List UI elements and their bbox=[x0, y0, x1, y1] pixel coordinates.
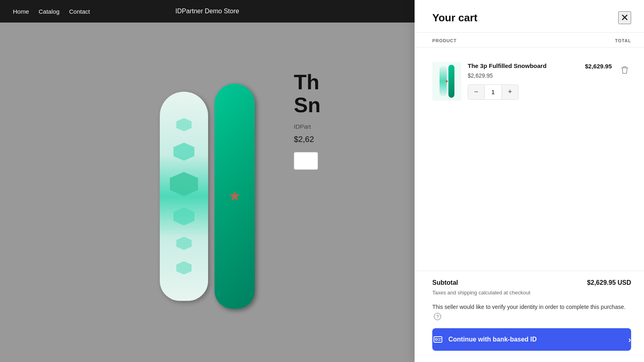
navbar-links: Home Catalog Contact bbox=[13, 8, 90, 15]
hex-2 bbox=[173, 143, 194, 161]
checkout-btn-label: Continue with bank-based ID bbox=[448, 336, 537, 343]
product-price-partial: $2,62 bbox=[294, 135, 407, 144]
cart-column-headers: PRODUCT TOTAL bbox=[415, 33, 644, 47]
checkout-btn-id-icon bbox=[432, 334, 444, 345]
cart-col-total-header: TOTAL bbox=[615, 38, 631, 43]
cart-subtotal-label: Subtotal bbox=[432, 279, 458, 286]
cart-close-button[interactable]: ✕ bbox=[618, 11, 631, 24]
mini-snowboard-right bbox=[448, 65, 454, 98]
cart-subtotal-row: Subtotal $2,629.95 USD bbox=[432, 279, 631, 286]
product-image bbox=[127, 76, 288, 317]
mini-snowboard-dot bbox=[446, 80, 448, 82]
navbar: Home Catalog Contact IDPartner Demo Stor… bbox=[0, 0, 415, 23]
snowboard-right bbox=[215, 84, 255, 309]
cart-item-delete-button[interactable] bbox=[618, 64, 631, 76]
nav-contact[interactable]: Contact bbox=[69, 8, 90, 15]
snowboard-hexagons bbox=[170, 118, 198, 275]
cart-item-quantity: − 1 + bbox=[468, 84, 518, 100]
svg-point-1 bbox=[436, 339, 438, 341]
nav-catalog[interactable]: Catalog bbox=[39, 8, 60, 15]
product-page-background: Home Catalog Contact IDPartner Demo Stor… bbox=[0, 0, 415, 362]
cart-identity-note: This seller would like to verify your id… bbox=[432, 303, 631, 320]
checkout-button[interactable]: Continue with bank-based ID › bbox=[432, 328, 631, 351]
cart-item: The 3p Fulfilled Snowboard $2,629.95 − 1… bbox=[432, 56, 631, 107]
cart-items-list: The 3p Fulfilled Snowboard $2,629.95 − 1… bbox=[415, 47, 644, 271]
cart-item-image bbox=[432, 62, 461, 101]
nav-home[interactable]: Home bbox=[13, 8, 29, 15]
store-brand: IDPartner Demo Store bbox=[175, 8, 239, 15]
cart-title: Your cart bbox=[432, 12, 477, 24]
cart-item-name: The 3p Fulfilled Snowboard bbox=[468, 62, 578, 70]
hex-1 bbox=[176, 118, 192, 132]
product-vendor-partial: IDPart bbox=[294, 123, 407, 130]
product-button-partial bbox=[294, 152, 318, 170]
hex-5 bbox=[176, 237, 192, 250]
hex-4 bbox=[173, 208, 194, 226]
cart-panel: Your cart ✕ PRODUCT TOTAL The 3p Fulfill… bbox=[415, 0, 644, 362]
snowboard-dot bbox=[229, 191, 240, 202]
product-area: Th Sn IDPart $2,62 bbox=[0, 23, 415, 362]
cart-subtotal-value: $2,629.95 USD bbox=[587, 279, 631, 286]
snowboard-left bbox=[160, 92, 208, 301]
hex-6 bbox=[176, 261, 192, 275]
quantity-increase-button[interactable]: + bbox=[502, 85, 518, 99]
cart-item-price: $2,629.95 bbox=[468, 72, 578, 79]
cart-header: Your cart ✕ bbox=[415, 0, 644, 33]
cart-col-product-header: PRODUCT bbox=[432, 38, 457, 43]
checkout-btn-arrow-icon: › bbox=[628, 335, 631, 344]
cart-footer: Subtotal $2,629.95 USD Taxes and shippin… bbox=[415, 271, 644, 362]
quantity-value: 1 bbox=[484, 85, 502, 99]
quantity-decrease-button[interactable]: − bbox=[468, 85, 484, 99]
cart-identity-note-text: This seller would like to verify your id… bbox=[432, 303, 625, 311]
product-title-partial: Th Sn bbox=[294, 71, 407, 117]
cart-item-total: $2,629.95 bbox=[585, 62, 612, 70]
cart-item-details: The 3p Fulfilled Snowboard $2,629.95 − 1… bbox=[468, 62, 578, 100]
hex-3 bbox=[170, 172, 198, 196]
identity-help-icon[interactable]: ? bbox=[434, 313, 441, 320]
cart-tax-note: Taxes and shipping calculated at checkou… bbox=[432, 290, 631, 296]
product-info-partial: Th Sn IDPart $2,62 bbox=[286, 63, 415, 178]
